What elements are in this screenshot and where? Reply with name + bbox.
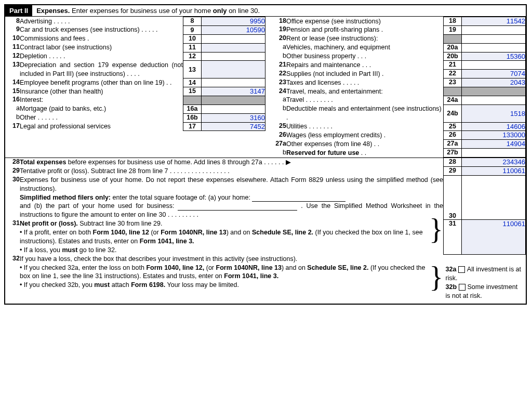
line-27a-num: 27a xyxy=(272,140,286,149)
line-16b-num: b xyxy=(5,113,20,122)
line-31-desc: Net profit or (loss). Subtract line 30 f… xyxy=(20,219,429,255)
line-16-num: 16 xyxy=(5,96,20,104)
line-20a-desc: Vehicles, machinery, and equipment xyxy=(286,43,444,52)
line-9-val[interactable]: 10590 xyxy=(202,25,265,34)
line-10-val[interactable] xyxy=(202,34,265,43)
line-8-box: 8 xyxy=(183,17,202,26)
line-26-val[interactable]: 133000 xyxy=(462,131,526,140)
line-29-box: 29 xyxy=(444,167,462,176)
line-30-p2a: Simplified method filers only: xyxy=(20,194,111,201)
line-21-box: 21 xyxy=(444,61,462,70)
line-16b-desc: Other . . . . . . xyxy=(20,113,183,122)
line-20b-val[interactable]: 15360 xyxy=(462,52,526,61)
line-32-desc: If you have a loss, check the box that d… xyxy=(20,255,429,302)
line-17-num: 17 xyxy=(5,122,20,131)
line-30-blank-a[interactable] xyxy=(252,195,345,202)
line-9-box: 9 xyxy=(183,25,202,34)
line-28-box: 28 xyxy=(444,158,462,167)
line-16-box-gray xyxy=(183,96,202,104)
line-16b-val[interactable]: 3160 xyxy=(202,113,265,122)
line-24b-val[interactable]: 1518 xyxy=(462,104,526,122)
part-header: Part II Expenses. Enter expenses for bus… xyxy=(5,5,526,17)
line-19-desc: Pension and profit-sharing plans . xyxy=(286,25,444,34)
part-title-text: Enter expenses for business use of your … xyxy=(70,7,212,15)
line-29-val[interactable]: 110061 xyxy=(462,167,526,176)
line-26-box: 26 xyxy=(444,131,462,140)
line-24a-val[interactable] xyxy=(462,96,526,104)
line-14-val[interactable] xyxy=(202,78,265,87)
line-30-box: 30 xyxy=(444,176,462,219)
line-23-num: 23 xyxy=(272,78,286,87)
line-22-val[interactable]: 7074 xyxy=(462,70,526,78)
line-10-box: 10 xyxy=(183,34,202,43)
line-12-desc: Depletion . . . . . xyxy=(20,52,183,61)
line-24a-box: 24a xyxy=(444,96,462,104)
line-15-box: 15 xyxy=(183,87,202,96)
line-26-desc: Wages (less employment credits) . xyxy=(286,131,444,140)
line-19-val[interactable] xyxy=(462,25,526,34)
line-20a-val[interactable] xyxy=(462,43,526,52)
line-19-num: 19 xyxy=(272,25,286,34)
line-8-num: 8 xyxy=(5,17,20,26)
line-27b-val[interactable] xyxy=(462,149,526,158)
part-title-tail: on line 30. xyxy=(227,7,260,15)
line-18-num: 18 xyxy=(272,17,286,26)
line-15-num: 15 xyxy=(5,87,20,96)
line-27b-desc: Reserved for future use . . xyxy=(286,149,444,158)
checkbox-32b-text: Some investment is not at risk. xyxy=(446,283,518,299)
line-13-val[interactable] xyxy=(202,61,265,78)
line-24a-num: a xyxy=(272,96,286,104)
line-25-val[interactable]: 14606 xyxy=(462,122,526,131)
line-16-val-gray xyxy=(202,96,265,104)
line-30-blank-b[interactable] xyxy=(178,204,297,211)
line-27a-desc: Other expenses (from line 48) . . xyxy=(286,140,444,149)
line-20b-num: b xyxy=(272,52,286,61)
line-20b-box: 20b xyxy=(444,52,462,61)
line-16a-desc: Mortgage (paid to banks, etc.) xyxy=(20,104,183,113)
line-23-box: 23 xyxy=(444,78,462,87)
line-22-box: 22 xyxy=(444,70,462,78)
bottom-section: 28 Total expenses before expenses for bu… xyxy=(5,158,526,302)
line-17-val[interactable]: 7452 xyxy=(202,122,265,131)
line-8-val[interactable]: 9950 xyxy=(202,17,265,26)
checkbox-32b-label: 32b xyxy=(446,283,457,291)
line-14-box: 14 xyxy=(183,78,202,87)
line-20a-num: a xyxy=(272,43,286,52)
line-22-desc: Supplies (not included in Part III) . xyxy=(286,70,444,78)
line-25-num: 25 xyxy=(272,122,286,131)
line-32-brace: } xyxy=(429,255,443,302)
line-20-val-blank xyxy=(462,34,526,43)
line-16a-val[interactable] xyxy=(202,104,265,113)
form-part-ii: Part II Expenses. Enter expenses for bus… xyxy=(4,4,527,305)
line-31-val[interactable]: 110061 xyxy=(462,219,526,255)
line-31-brace: } xyxy=(429,219,443,255)
checkbox-32b[interactable] xyxy=(459,284,466,291)
line-27a-box: 27a xyxy=(444,140,462,149)
line-12-val[interactable] xyxy=(202,52,265,61)
line-24b-desc: Deductible meals and entertainment (see … xyxy=(286,104,444,122)
left-column: 8Advertising . . . . .89950 9Car and tru… xyxy=(5,17,265,158)
line-24b-box: 24b xyxy=(444,104,462,122)
line-27a-val[interactable]: 14904 xyxy=(462,140,526,149)
line-24-box-gray xyxy=(444,87,462,96)
line-30-p3a: and (b) the part of your home used for b… xyxy=(20,202,178,209)
line-15-desc: Insurance (other than health) xyxy=(20,87,183,96)
checkbox-32a[interactable] xyxy=(458,266,465,273)
line-12-box: 12 xyxy=(183,52,202,61)
line-10-num: 10 xyxy=(5,34,20,43)
line-16a-box: 16a xyxy=(183,104,202,113)
line-32-num: 32 xyxy=(5,255,20,302)
line-29-desc: Tentative profit or (loss). Subtract lin… xyxy=(20,167,444,176)
line-11-val[interactable] xyxy=(202,43,265,52)
checkbox-32a-text: All investment is at risk. xyxy=(446,266,522,282)
line-30-val[interactable] xyxy=(462,176,526,219)
line-28-val[interactable]: 234346 xyxy=(462,158,526,167)
two-column-area: 8Advertising . . . . .89950 9Car and tru… xyxy=(5,17,526,158)
line-32-checkboxes: 32a All investment is at risk. 32b Some … xyxy=(444,255,526,302)
line-18-val[interactable]: 11542 xyxy=(462,17,526,26)
line-23-val[interactable]: 2043 xyxy=(462,78,526,87)
line-21-val[interactable] xyxy=(462,61,526,70)
line-15-val[interactable]: 3147 xyxy=(202,87,265,96)
line-17-box: 17 xyxy=(183,122,202,131)
line-17-desc: Legal and professional services xyxy=(20,122,183,131)
